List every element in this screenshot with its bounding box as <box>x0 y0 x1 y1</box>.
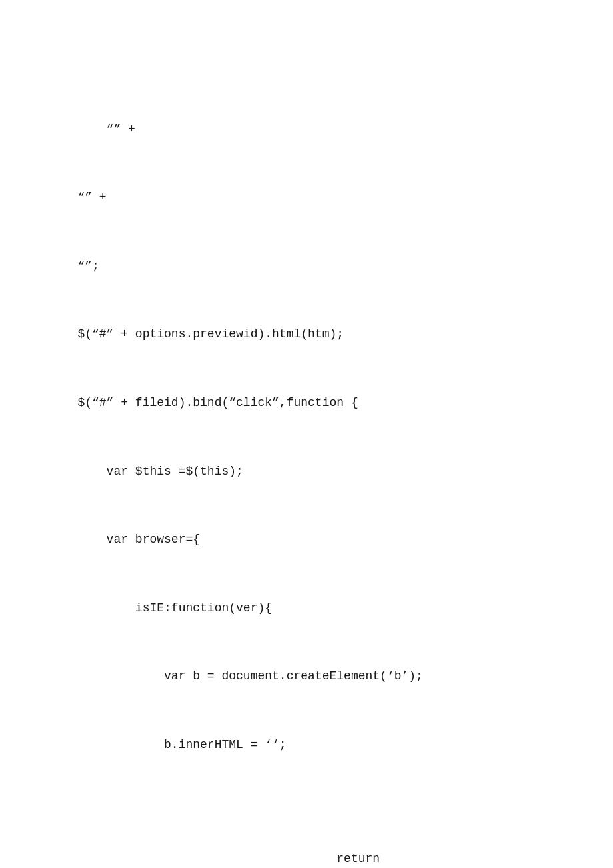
code-line-13: return <box>20 847 593 868</box>
code-line-6: $(“#” + fileid).bind(“click”,function { <box>20 391 593 414</box>
code-line-5: $(“#” + options.previewid).html(htm); <box>20 323 593 345</box>
code-line-11: b.innerHTML = ‘‘; <box>20 733 593 756</box>
code-line-4: “”; <box>20 255 593 277</box>
code-line-8: var browser={ <box>20 528 593 551</box>
code-content: “” + “” + “”; $(“#” + options.previewid)… <box>20 27 593 868</box>
code-line-9: isIE:function(ver){ <box>20 597 593 619</box>
code-line-3: “” + <box>20 186 593 209</box>
code-line-7: var $this =$(this); <box>20 460 593 483</box>
code-line-2: “” + <box>20 118 593 141</box>
code-line-10: var b = document.createElement(‘b’); <box>20 665 593 687</box>
